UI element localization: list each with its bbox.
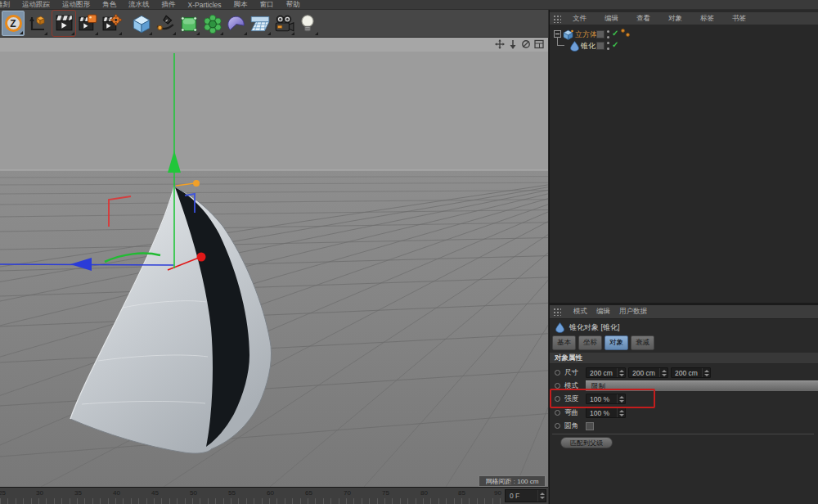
row-strength: 强度 100 % bbox=[550, 393, 818, 405]
keyframe-dot-icon[interactable] bbox=[555, 370, 560, 376]
viewport-nav-icons bbox=[495, 39, 544, 49]
mode-dropdown[interactable]: 限制 bbox=[586, 380, 818, 391]
keyframe-dot-icon[interactable] bbox=[555, 396, 560, 402]
stepper[interactable] bbox=[617, 408, 625, 417]
tick-label: 70 bbox=[344, 489, 351, 497]
om-menu-object[interactable]: 对象 bbox=[668, 14, 682, 24]
render-settings-icon[interactable] bbox=[100, 11, 123, 36]
timeline-ruler[interactable]: 25 30 35 40 45 50 55 60 65 70 75 80 85 9… bbox=[0, 487, 548, 504]
size-label: 尺寸 bbox=[564, 368, 586, 378]
field-sphere-icon[interactable] bbox=[225, 11, 248, 36]
om-menu-bookmarks[interactable]: 书签 bbox=[732, 14, 746, 24]
zbrush-z-icon[interactable]: Z bbox=[2, 11, 25, 36]
menu-script[interactable]: 脚本 bbox=[234, 0, 248, 10]
menu-character[interactable]: 角色 bbox=[102, 0, 116, 10]
tree-connector bbox=[557, 37, 564, 46]
tab-coordinates[interactable]: 坐标 bbox=[578, 335, 602, 350]
deformer-icon[interactable] bbox=[201, 11, 224, 36]
panel-grid-icon[interactable] bbox=[553, 308, 561, 316]
stepper[interactable] bbox=[537, 490, 546, 502]
toggle-view-icon[interactable] bbox=[534, 39, 544, 49]
strength-field[interactable]: 100 % bbox=[586, 394, 626, 404]
keyframe-dot-icon[interactable] bbox=[555, 383, 560, 389]
enabled-check-icon[interactable]: ✓ bbox=[612, 29, 618, 38]
am-menu-userdata[interactable]: 用户数据 bbox=[619, 307, 647, 317]
menu-help[interactable]: 帮助 bbox=[286, 0, 300, 10]
tick-label: 80 bbox=[420, 489, 428, 497]
camera-icon[interactable] bbox=[272, 11, 295, 36]
am-menu-edit[interactable]: 编辑 bbox=[596, 307, 610, 317]
menu-sculpt[interactable]: 雕刻 bbox=[0, 0, 10, 10]
menu-mograph[interactable]: 运动图形 bbox=[62, 0, 90, 10]
phong-tag-icon[interactable] bbox=[621, 29, 632, 38]
curvature-label: 弯曲 bbox=[564, 408, 586, 418]
om-menu-view[interactable]: 查看 bbox=[636, 14, 650, 24]
tick-label: 40 bbox=[113, 489, 120, 497]
size-x-field[interactable]: 200 cm bbox=[586, 367, 626, 378]
menu-plugins[interactable]: 插件 bbox=[162, 0, 176, 10]
tick-label: 25 bbox=[0, 489, 6, 497]
row-fillet: 圆角 bbox=[550, 420, 818, 432]
generator-subdivision-icon[interactable] bbox=[178, 11, 200, 36]
object-name[interactable]: 立方体 bbox=[575, 29, 597, 40]
menu-pipeline[interactable]: 流水线 bbox=[128, 0, 150, 10]
object-row-taper[interactable]: 锥化 ✓ bbox=[550, 40, 818, 52]
rotate-icon[interactable] bbox=[521, 39, 531, 49]
object-row-cube[interactable]: 立方体 ✓ bbox=[550, 29, 818, 40]
tick-label: 45 bbox=[151, 489, 159, 497]
current-frame-field[interactable]: 0 F bbox=[505, 489, 546, 502]
tick-label: 35 bbox=[74, 489, 82, 497]
render-picture-viewer-icon[interactable] bbox=[76, 11, 99, 36]
tab-object[interactable]: 对象 bbox=[605, 335, 628, 350]
row-size: 尺寸 200 cm 200 cm 200 cm bbox=[550, 367, 818, 379]
fillet-label: 圆角 bbox=[564, 421, 586, 431]
curvature-field[interactable]: 100 % bbox=[586, 407, 626, 418]
layer-toggle[interactable] bbox=[596, 42, 605, 50]
tab-falloff[interactable]: 衰减 bbox=[631, 335, 654, 350]
environment-floor-icon[interactable] bbox=[249, 11, 272, 36]
axis-coordinates-icon[interactable] bbox=[25, 11, 48, 36]
taper-object-icon bbox=[569, 41, 580, 52]
pan-icon[interactable] bbox=[495, 39, 505, 49]
menu-xparticles[interactable]: X-Particles bbox=[188, 1, 222, 9]
viewport-3d[interactable]: 网格间距 : 100 cm bbox=[0, 38, 548, 487]
tab-basic[interactable]: 基本 bbox=[552, 335, 576, 350]
dolly-icon[interactable] bbox=[508, 39, 518, 49]
stepper[interactable] bbox=[659, 368, 667, 377]
panel-grid-icon[interactable] bbox=[553, 15, 561, 23]
stepper[interactable] bbox=[617, 368, 625, 377]
keyframe-dot-icon[interactable] bbox=[555, 423, 560, 429]
am-menu-mode[interactable]: 模式 bbox=[573, 307, 587, 317]
render-view-icon[interactable] bbox=[52, 11, 75, 36]
om-menu-tags[interactable]: 标签 bbox=[700, 14, 714, 24]
spline-pen-icon[interactable] bbox=[154, 11, 177, 36]
attribute-title: 锥化对象 [锥化] bbox=[569, 322, 620, 333]
fillet-checkbox[interactable] bbox=[586, 422, 594, 430]
enabled-check-icon[interactable]: ✓ bbox=[612, 40, 618, 49]
fit-to-parent-button[interactable]: 匹配到父级 bbox=[560, 437, 613, 448]
om-menu-file[interactable]: 文件 bbox=[573, 14, 587, 24]
strength-label: 强度 bbox=[564, 394, 586, 404]
om-menu-edit[interactable]: 编辑 bbox=[605, 14, 618, 24]
main-toolbar: Z bbox=[0, 10, 548, 38]
right-panel: 文件 编辑 查看 对象 标签 书签 立方体 ✓ bbox=[549, 10, 818, 504]
menu-window[interactable]: 窗口 bbox=[260, 0, 274, 10]
stepper[interactable] bbox=[702, 368, 710, 377]
primitive-cube-icon[interactable] bbox=[130, 11, 153, 36]
visibility-dots[interactable] bbox=[607, 42, 610, 50]
mode-label: 模式 bbox=[564, 381, 586, 391]
tick-label: 50 bbox=[190, 489, 197, 497]
size-z-field[interactable]: 200 cm bbox=[671, 367, 711, 378]
tick-label: 30 bbox=[36, 489, 43, 497]
row-mode: 模式 限制 bbox=[550, 380, 818, 392]
keyframe-dot-icon[interactable] bbox=[555, 410, 560, 416]
layer-toggle[interactable] bbox=[596, 30, 605, 38]
viewport-canvas bbox=[0, 38, 548, 487]
object-name[interactable]: 锥化 bbox=[581, 41, 596, 52]
stepper[interactable] bbox=[617, 394, 625, 403]
light-icon[interactable] bbox=[296, 11, 319, 36]
size-y-field[interactable]: 200 cm bbox=[628, 367, 668, 378]
menu-motion-tracker[interactable]: 运动跟踪 bbox=[22, 0, 50, 10]
attribute-title-row: 锥化对象 [锥化] bbox=[550, 321, 818, 334]
visibility-dots[interactable] bbox=[607, 30, 610, 38]
